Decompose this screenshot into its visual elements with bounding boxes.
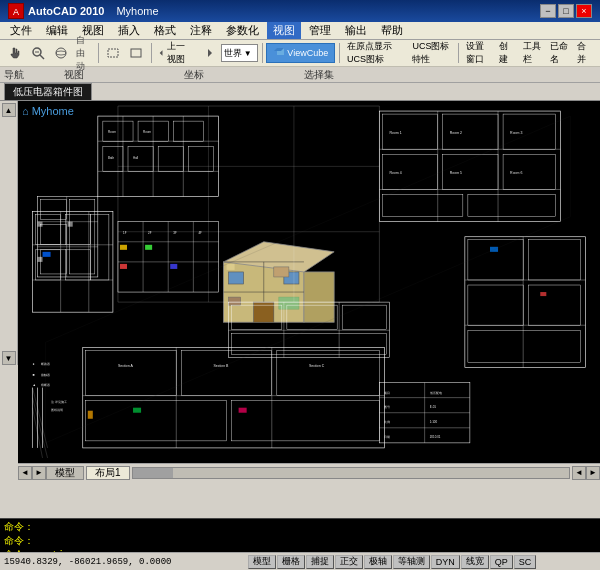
close-btn[interactable]: × xyxy=(576,4,592,18)
svg-text:熔断器: 熔断器 xyxy=(41,383,50,387)
model-tab-label: 模型 xyxy=(55,466,75,480)
menu-view2[interactable]: 视图 xyxy=(267,22,301,39)
named-btn[interactable]: 已命名 xyxy=(547,42,572,64)
svg-text:图号: 图号 xyxy=(384,405,390,409)
svg-rect-87 xyxy=(239,408,247,413)
svg-text:注: 详见施工: 注: 详见施工 xyxy=(51,400,68,404)
svg-text:Room: Room xyxy=(143,130,152,134)
menu-file[interactable]: 文件 xyxy=(4,22,38,39)
svg-text:项目: 项目 xyxy=(384,391,390,395)
minimize-btn[interactable]: − xyxy=(540,4,556,18)
coordinates-display: 15940.8329, -86021.9659, 0.0000 xyxy=(4,557,184,567)
rect-select2[interactable] xyxy=(125,42,147,64)
svg-rect-97 xyxy=(229,297,241,305)
ucs-label: UCS图标特性 xyxy=(412,40,451,66)
h-scroll-left[interactable]: ◄ xyxy=(572,466,586,480)
menu-parametric[interactable]: 参数化 xyxy=(220,22,265,39)
menu-help[interactable]: 帮助 xyxy=(375,22,409,39)
command-line-2: 命令： xyxy=(4,535,596,549)
nav-section-label: 导航 xyxy=(4,68,24,82)
settings-btn[interactable]: 设置窗口 xyxy=(463,42,494,64)
dyn-btn[interactable]: DYN xyxy=(431,555,460,569)
menu-insert[interactable]: 插入 xyxy=(112,22,146,39)
svg-line-1 xyxy=(40,55,44,59)
tools-btn[interactable]: 工具栏 xyxy=(520,42,545,64)
main-area: ▲ ▼ ⌂ Myhome xyxy=(0,101,600,481)
zoom-tool[interactable] xyxy=(27,42,49,64)
h-scrollbar-track[interactable] xyxy=(132,467,570,479)
coord-bar: 15940.8329, -86021.9659, 0.0000 模型 栅格 捕捉… xyxy=(0,552,600,570)
scroll-up-btn[interactable]: ▲ xyxy=(2,103,16,117)
document-title: Myhome xyxy=(116,5,158,17)
svg-rect-98 xyxy=(274,267,289,277)
layout1-tab[interactable]: 布局1 xyxy=(86,466,130,480)
svg-rect-41 xyxy=(68,222,73,227)
svg-rect-100 xyxy=(227,264,235,270)
menu-format[interactable]: 格式 xyxy=(148,22,182,39)
svg-rect-71 xyxy=(490,247,498,252)
right-tools-group: 设置窗口 创建 工具栏 已命名 合并 xyxy=(463,42,596,64)
grid-btn[interactable]: 栅格 xyxy=(277,555,305,569)
hand-tool[interactable] xyxy=(4,42,26,64)
free-dynamic-view-tool[interactable]: 自由动 xyxy=(73,42,95,64)
svg-text:Room 3: Room 3 xyxy=(510,131,522,135)
svg-text:4F: 4F xyxy=(198,231,202,235)
isomet-btn[interactable]: 等轴测 xyxy=(393,555,430,569)
menu-output[interactable]: 输出 xyxy=(339,22,373,39)
maximize-btn[interactable]: □ xyxy=(558,4,574,18)
svg-text:断路器: 断路器 xyxy=(41,362,50,366)
tools-label: 工具栏 xyxy=(523,40,542,66)
named-label: 已命名 xyxy=(550,40,569,66)
snap-btn[interactable]: 捕捉 xyxy=(306,555,334,569)
show-ucs-label: 在原点显示UCS图标 xyxy=(347,40,405,66)
viewport[interactable]: ⌂ Myhome xyxy=(18,101,600,463)
menu-edit[interactable]: 编辑 xyxy=(40,22,74,39)
prev-view-btn[interactable]: 上一视图 xyxy=(156,42,195,64)
svg-text:2010.01: 2010.01 xyxy=(430,435,441,439)
viewport-title-bar: ⌂ Myhome xyxy=(22,105,74,117)
drawing-canvas[interactable]: Room Room Bath Hall xyxy=(18,101,600,463)
svg-point-3 xyxy=(56,48,66,58)
status-buttons: 模型 栅格 捕捉 正交 极轴 等轴测 DYN 线宽 QP SC xyxy=(188,555,596,569)
view-section-label: 视图 xyxy=(64,68,84,82)
world-dropdown[interactable]: 世界 ▼ xyxy=(221,44,258,62)
svg-text:1F: 1F xyxy=(123,231,127,235)
create-btn[interactable]: 创建 xyxy=(496,42,518,64)
ucs-properties-btn[interactable]: UCS图标特性 xyxy=(409,42,454,64)
ortho-btn[interactable]: 正交 xyxy=(335,555,363,569)
model-status-btn[interactable]: 模型 xyxy=(248,555,276,569)
svg-text:Room 5: Room 5 xyxy=(450,171,462,175)
menu-annotate[interactable]: 注释 xyxy=(184,22,218,39)
free-orbit-tool[interactable] xyxy=(50,42,72,64)
show-ucs-btn[interactable]: 在原点显示UCS图标 xyxy=(344,42,408,64)
model-tab[interactable]: 模型 xyxy=(46,466,84,480)
settings-label: 设置窗口 xyxy=(466,40,491,66)
svg-text:Room 2: Room 2 xyxy=(450,131,462,135)
view-tools-group: 自由动 xyxy=(4,42,147,64)
rect-select1[interactable] xyxy=(102,42,124,64)
svg-marker-7 xyxy=(160,50,163,56)
viewcube-btn[interactable]: ViewCube xyxy=(266,43,335,63)
svg-text:3F: 3F xyxy=(173,231,177,235)
menu-manage[interactable]: 管理 xyxy=(303,22,337,39)
svg-text:▲: ▲ xyxy=(32,383,35,387)
h-scrollbar-thumb[interactable] xyxy=(133,468,173,478)
lineweight-btn[interactable]: 线宽 xyxy=(461,555,489,569)
merge-btn[interactable]: 合并 xyxy=(574,42,596,64)
polar-btn[interactable]: 极轴 xyxy=(364,555,392,569)
sc-btn[interactable]: SC xyxy=(514,555,537,569)
scroll-down-btn[interactable]: ▼ xyxy=(2,351,16,365)
svg-rect-117 xyxy=(43,252,51,257)
scroll-left-btn[interactable]: ◄ xyxy=(18,466,32,480)
svg-rect-6 xyxy=(131,49,141,57)
command-line-1: 命令： xyxy=(4,521,596,535)
svg-text:Hall: Hall xyxy=(133,156,139,160)
app-title: AutoCAD 2010 xyxy=(28,5,104,17)
drawing-tab[interactable]: 低压电器箱件图 xyxy=(4,83,92,100)
svg-text:●: ● xyxy=(32,362,34,366)
next-view-btn[interactable] xyxy=(197,42,219,64)
h-scroll-right[interactable]: ► xyxy=(586,466,600,480)
qp-btn[interactable]: QP xyxy=(490,555,513,569)
svg-text:接触器: 接触器 xyxy=(41,373,50,377)
scroll-right-btn[interactable]: ► xyxy=(32,466,46,480)
